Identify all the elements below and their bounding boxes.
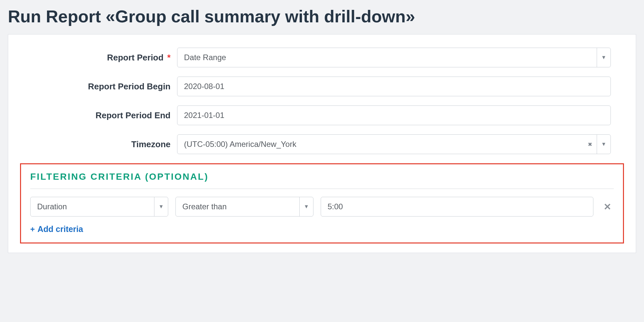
label-timezone: Timezone [20,139,177,150]
criteria-operator-value: Greater than [176,197,299,216]
chevron-down-icon[interactable]: ▼ [597,135,610,154]
criteria-field-select[interactable]: Duration ▼ [30,197,168,217]
label-report-period-end: Report Period End [20,110,177,121]
remove-criteria-icon[interactable]: ✕ [601,200,614,213]
criteria-field-value: Duration [31,197,154,216]
input-report-period-begin[interactable] [177,77,610,96]
filtering-criteria-section: FILTERING CRITERIA (OPTIONAL) Duration ▼… [20,163,624,243]
add-criteria-label: Add criteria [37,224,83,234]
criteria-row: Duration ▼ Greater than ▼ ✕ [30,197,614,217]
select-report-period[interactable]: Date Range ▼ [177,48,611,67]
report-form-panel: Report Period * Date Range ▼ Report Peri… [8,34,636,253]
clear-icon[interactable]: ✖ [583,135,597,154]
row-report-period-begin: Report Period Begin [8,77,636,96]
label-text-report-period: Report Period [107,53,164,62]
criteria-value-input[interactable] [321,197,593,217]
plus-icon: + [30,225,35,234]
input-report-period-end-wrap [177,105,611,125]
filtering-heading: FILTERING CRITERIA (OPTIONAL) [30,172,614,182]
add-criteria-button[interactable]: + Add criteria [30,224,83,234]
chevron-down-icon[interactable]: ▼ [299,197,313,216]
select-report-period-value: Date Range [177,48,597,67]
chevron-down-icon[interactable]: ▼ [597,48,610,67]
filtering-divider [30,189,614,189]
required-asterisk: * [167,53,171,62]
row-report-period-end: Report Period End [8,105,636,125]
row-report-period: Report Period * Date Range ▼ [8,48,636,67]
chevron-down-icon[interactable]: ▼ [154,197,168,216]
input-report-period-end[interactable] [177,106,610,125]
label-report-period-begin: Report Period Begin [20,81,177,92]
input-report-period-begin-wrap [177,77,611,96]
criteria-operator-select[interactable]: Greater than ▼ [175,197,313,217]
row-timezone: Timezone (UTC-05:00) America/New_York ✖ … [8,134,636,154]
label-report-period: Report Period * [20,53,177,63]
select-timezone-value: (UTC-05:00) America/New_York [177,135,583,154]
page-title: Run Report «Group call summary with dril… [8,7,636,26]
select-timezone[interactable]: (UTC-05:00) America/New_York ✖ ▼ [177,134,611,154]
